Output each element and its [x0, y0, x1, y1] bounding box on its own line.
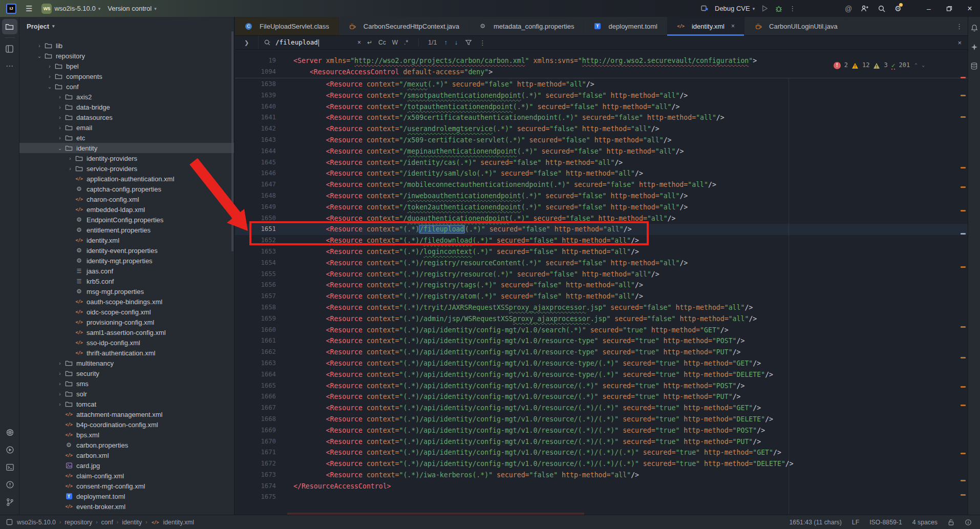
code-line-1673[interactable]: 1673<Resource context="(.*)/iwa-kerberos…: [235, 470, 968, 481]
minimize-button[interactable]: –: [919, 0, 939, 17]
error-stripe-mark[interactable]: [961, 326, 966, 328]
error-stripe-mark[interactable]: [961, 494, 966, 496]
ai-assistant-icon[interactable]: [971, 44, 978, 51]
tree-item-EndpointConfig.properties[interactable]: ⚙EndpointConfig.properties: [19, 215, 234, 225]
tree-item-repository[interactable]: ⌄repository: [19, 51, 234, 61]
tree-item-consent-mgt-config.xml[interactable]: </>consent-mgt-config.xml: [19, 481, 234, 491]
tree-item-thrift-authentication.xml[interactable]: </>thrift-authentication.xml: [19, 348, 234, 358]
info-icon[interactable]: [965, 519, 972, 526]
terminal-tool-button[interactable]: [2, 459, 17, 475]
code-line-1664[interactable]: 1664<Resource context="(.*)/api/identity…: [235, 369, 968, 380]
chevron-right-icon[interactable]: ›: [45, 74, 54, 79]
chevron-right-icon[interactable]: ›: [55, 381, 65, 387]
chevron-right-icon[interactable]: ›: [66, 156, 75, 161]
tree-item-identity-providers[interactable]: ›identity-providers: [19, 153, 234, 163]
error-stripe-mark[interactable]: [961, 167, 966, 168]
tab-FileUploadServlet.class[interactable]: CFileUploadServlet.class: [235, 17, 339, 35]
tree-item-card.jpg[interactable]: card.jpg: [19, 460, 234, 471]
tab-deployment.toml[interactable]: Tdeployment.toml: [584, 17, 667, 35]
tree-item-datasources[interactable]: ›datasources: [19, 112, 234, 122]
chevron-down-icon[interactable]: ⌄: [45, 84, 54, 90]
code-line-1650[interactable]: 1650<Resource context="/duoauthenticatio…: [235, 213, 968, 224]
code-line-1654[interactable]: 1654<Resource context="(.*)/registry/res…: [235, 258, 968, 269]
tab-CarbonUILoginUtil.java[interactable]: CarbonUILoginUtil.java: [744, 17, 847, 35]
chevron-right-icon[interactable]: ›: [55, 391, 65, 397]
tree-item-charon-config.xml[interactable]: </>charon-config.xml: [19, 194, 234, 204]
run-button[interactable]: [761, 5, 769, 12]
code-line-1651[interactable]: 1651<Resource context="(.*)/fileupload(.…: [235, 224, 968, 235]
chevron-right-icon[interactable]: ›: [45, 64, 54, 69]
code-line-1645[interactable]: 1645<Resource context="/identity/cas(.*)…: [235, 157, 968, 168]
tree-item-event-broker.xml[interactable]: </>event-broker.xml: [19, 501, 234, 512]
tree-item-bpel[interactable]: ›bpel: [19, 61, 234, 71]
breadcrumb-item[interactable]: conf: [101, 519, 113, 526]
code-line-1643[interactable]: 1643<Resource context="/x509-certificate…: [235, 135, 968, 146]
tree-item-krb5.conf[interactable]: ☰krb5.conf: [19, 276, 234, 286]
search-input[interactable]: /fileupload: [275, 38, 352, 47]
regex-toggle[interactable]: .*: [403, 39, 409, 46]
tree-item-multitenancy[interactable]: ›multitenancy: [19, 358, 234, 368]
chevron-right-icon[interactable]: ›: [55, 94, 65, 100]
chevron-right-icon[interactable]: ›: [55, 361, 65, 366]
code-line-1660[interactable]: 1660<Resource context="(.*)/api/identity…: [235, 325, 968, 336]
code-line-1656[interactable]: 1656<Resource context="(.*)/registry/tag…: [235, 280, 968, 291]
previous-problem-icon[interactable]: ⌃: [914, 60, 917, 71]
tab-metadata_config.properties[interactable]: ⚙metadata_config.properties: [469, 17, 584, 35]
run-config-selector[interactable]: Debug CVE ▾: [715, 5, 755, 12]
tab-CarbonSecuredHttpContext.java[interactable]: CarbonSecuredHttpContext.java: [339, 17, 469, 35]
error-stripe-mark[interactable]: [961, 116, 966, 118]
error-stripe-mark[interactable]: [961, 405, 966, 406]
tree-item-claim-config.xml[interactable]: </>claim-config.xml: [19, 471, 234, 481]
code-line-1670[interactable]: 1670<Resource context="(.*)/api/identity…: [235, 436, 968, 448]
tree-item-email[interactable]: ›email: [19, 122, 234, 133]
breadcrumb-item[interactable]: identity.xml: [163, 519, 194, 526]
code-line-1641[interactable]: 1641<Resource context="/x509certificatea…: [235, 112, 968, 123]
code-line-1669[interactable]: 1669<Resource context="(.*)/api/identity…: [235, 425, 968, 436]
tree-item-captcha-config.properties[interactable]: ⚙captcha-config.properties: [19, 184, 234, 194]
more-actions-button[interactable]: ⋮: [789, 5, 796, 12]
code-line-1640[interactable]: 1640<Resource context="/totpauthenticati…: [235, 101, 968, 113]
chevron-right-icon[interactable]: ›: [66, 166, 75, 172]
tree-item-b4p-coordination-config.xml[interactable]: </>b4p-coordination-config.xml: [19, 419, 234, 430]
tab-identity.xml[interactable]: </>identity.xml×: [667, 17, 744, 35]
code-line-1663[interactable]: 1663<Resource context="(.*)/api/identity…: [235, 358, 968, 369]
code-line-1657[interactable]: 1657<Resource context="(.*)/registry/ato…: [235, 291, 968, 302]
tree-item-oidc-scope-config.xml[interactable]: </>oidc-scope-config.xml: [19, 307, 234, 317]
tree-item-data-bridge[interactable]: ›data-bridge: [19, 102, 234, 112]
error-stripe-mark[interactable]: [961, 77, 966, 78]
tree-item-identity.xml[interactable]: </>identity.xml: [19, 235, 234, 245]
services-tool-button[interactable]: [2, 425, 17, 440]
code-line-1665[interactable]: 1665<Resource context="(.*)/api/identity…: [235, 380, 968, 392]
project-tree-scrollbar[interactable]: [231, 31, 233, 251]
project-panel-title[interactable]: Project: [27, 23, 49, 30]
error-stripe-mark[interactable]: [961, 210, 966, 211]
run-config-icon[interactable]: [700, 5, 709, 13]
clear-search-icon[interactable]: ×: [356, 39, 362, 46]
database-icon[interactable]: [970, 62, 978, 70]
tree-item-service-providers[interactable]: ›service-providers: [19, 163, 234, 174]
tree-item-saml1-assertion-config.xml[interactable]: </>saml1-assertion-config.xml: [19, 327, 234, 337]
code-line-1668[interactable]: 1668<Resource context="(.*)/api/identity…: [235, 414, 968, 425]
code-line-1649[interactable]: 1649<Resource context="/token2authentica…: [235, 202, 968, 213]
code-line-1671[interactable]: 1671<Resource context="(.*)/api/identity…: [235, 447, 968, 458]
error-stripe-mark[interactable]: [961, 386, 966, 388]
tree-item-carbon.properties[interactable]: ⚙carbon.properties: [19, 440, 234, 450]
main-menu-button[interactable]: ☰: [24, 4, 34, 13]
commit-tool-button[interactable]: [2, 41, 17, 56]
tree-item-msg-mgt.properties[interactable]: ⚙msg-mgt.properties: [19, 286, 234, 297]
chevron-right-icon[interactable]: ›: [55, 125, 65, 131]
tree-item-attachment-management.xml[interactable]: </>attachment-management.xml: [19, 409, 234, 419]
tree-item-embedded-ldap.xml[interactable]: </>embedded-ldap.xml: [19, 204, 234, 215]
filter-icon[interactable]: [465, 39, 472, 47]
vcs-widget[interactable]: Version control ▾: [108, 5, 157, 12]
tree-item-components[interactable]: ›components: [19, 71, 234, 81]
tree-item-bps.xml[interactable]: </>bps.xml: [19, 430, 234, 440]
code-line-1653[interactable]: 1653<Resource context="(.*)/logincontext…: [235, 246, 968, 258]
chevron-right-icon[interactable]: ›: [55, 115, 65, 120]
error-stripe-mark[interactable]: [961, 266, 966, 268]
code-line-1642[interactable]: 1642<Resource context="/userandrolemgtse…: [235, 123, 968, 135]
chevron-down-icon[interactable]: ⌄: [35, 53, 44, 59]
tree-item-carbon.xml[interactable]: </>carbon.xml: [19, 450, 234, 460]
code-line-1644[interactable]: 1644<Resource context="/mepinauthenticat…: [235, 146, 968, 157]
tree-item-oauth-scope-bindings.xml[interactable]: </>oauth-scope-bindings.xml: [19, 297, 234, 307]
